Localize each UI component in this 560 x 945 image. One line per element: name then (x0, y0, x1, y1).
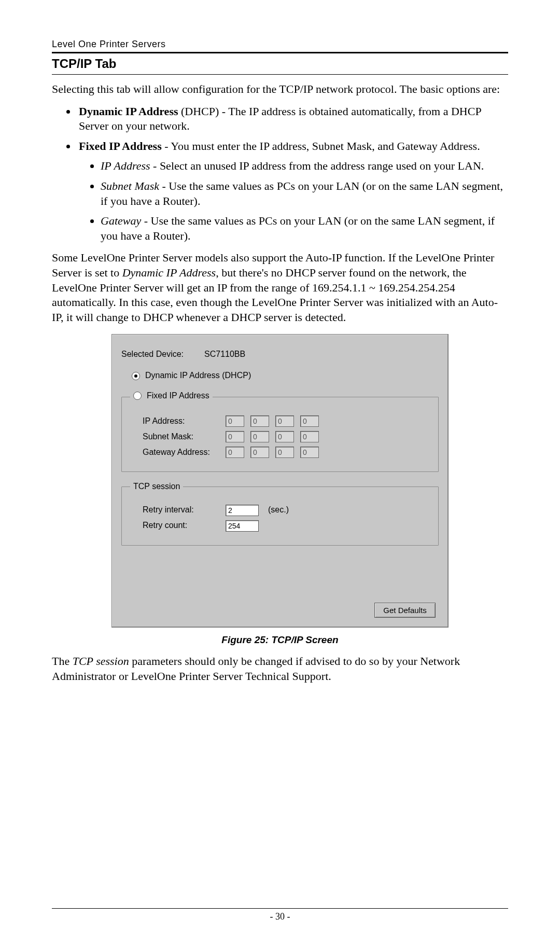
selected-device-label: Selected Device: (121, 349, 199, 360)
gateway-octet-1[interactable] (226, 447, 244, 458)
figure-caption: Figure 25: TCP/IP Screen (52, 634, 508, 647)
running-header: Level One Printer Servers (52, 39, 508, 50)
option-dhcp: Dynamic IP Address (DHCP) - The IP addre… (77, 104, 508, 134)
subnet-sep: - (159, 179, 169, 192)
page-number: - 30 - (0, 911, 560, 922)
section-title: TCP/IP Tab (52, 57, 508, 71)
subnet-term: Subnet Mask (101, 179, 159, 192)
autoip-paragraph: Some LevelOne Printer Server models also… (52, 251, 508, 325)
ip-octet-2[interactable] (250, 415, 269, 427)
dynamic-ip-radio[interactable]: Dynamic IP Address (DHCP) (132, 370, 251, 381)
selected-device-value: SC7110BB (204, 349, 245, 360)
subnet-octet-2[interactable] (250, 431, 269, 442)
retry-count-row: Retry count: (143, 520, 430, 532)
tcpip-dialog: Selected Device: SC7110BB Dynamic IP Add… (111, 334, 449, 628)
gateway-octet-3[interactable] (275, 447, 294, 458)
subnet-octet-1[interactable] (226, 431, 244, 442)
fixed-desc: You must enter the IP address, Subnet Ma… (171, 140, 480, 152)
gateway-octet-2[interactable] (250, 447, 269, 458)
subnet-octet-3[interactable] (275, 431, 294, 442)
option-list: Dynamic IP Address (DHCP) - The IP addre… (52, 104, 508, 244)
gateway-term: Gateway (101, 214, 141, 227)
fixed-ip-radio[interactable]: Fixed IP Address (133, 391, 209, 401)
retry-count-input[interactable] (226, 520, 259, 532)
fixed-ip-label: Fixed IP Address (147, 391, 209, 401)
ip-octet-4[interactable] (300, 415, 319, 427)
ip-octet-1[interactable] (226, 415, 244, 427)
ip-sep: - (150, 159, 160, 172)
closing-pre: The (52, 655, 73, 668)
subnet-octet-4[interactable] (300, 431, 319, 442)
fixed-ip-group: Fixed IP Address IP Address: Subnet Mask… (121, 391, 439, 472)
option-fixed: Fixed IP Address - You must enter the IP… (77, 139, 508, 244)
dialog-button-row: Get Defaults (121, 603, 436, 618)
title-rule (52, 74, 508, 75)
dhcp-paren: (DHCP) - (178, 105, 229, 118)
footer-rule (52, 908, 508, 909)
subnet-label: Subnet Mask: (143, 432, 226, 442)
tcp-session-legend: TCP session (130, 481, 183, 492)
gateway-sep: - (141, 214, 150, 227)
screenshot-container: Selected Device: SC7110BB Dynamic IP Add… (52, 334, 508, 647)
body-text: Selecting this tab will allow configurat… (52, 82, 508, 684)
sub-gateway: Gateway - Use the same values as PCs on … (101, 214, 508, 243)
gateway-desc: Use the same values as PCs on your LAN (… (101, 214, 495, 242)
radio-unselected-icon (133, 392, 142, 400)
gateway-label: Gateway Address: (143, 447, 226, 458)
retry-interval-row: Retry interval: (sec.) (143, 505, 430, 516)
retry-count-label: Retry count: (143, 520, 226, 531)
ip-address-label: IP Address: (143, 416, 226, 427)
header-rule (52, 52, 508, 53)
retry-interval-label: Retry interval: (143, 505, 226, 516)
fixed-sublist: IP Address - Select an unused IP address… (79, 159, 508, 243)
closing-paragraph: The TCP session parameters should only b… (52, 654, 508, 684)
subnet-row: Subnet Mask: (143, 431, 430, 442)
retry-interval-input[interactable] (226, 505, 259, 516)
ip-address-row: IP Address: (143, 415, 430, 427)
autoip-em: Dynamic IP Address (122, 266, 216, 279)
sub-ip: IP Address - Select an unused IP address… (101, 159, 508, 174)
dhcp-term: Dynamic IP Address (79, 105, 178, 118)
tcp-session-group: TCP session Retry interval: (sec.) Retry… (121, 481, 439, 546)
selected-device-row: Selected Device: SC7110BB (121, 349, 439, 360)
fixed-term: Fixed IP Address (79, 140, 162, 152)
page: Level One Printer Servers TCP/IP Tab Sel… (0, 0, 560, 945)
retry-interval-unit: (sec.) (268, 505, 289, 516)
fixed-sep: - (162, 140, 171, 152)
dynamic-ip-label: Dynamic IP Address (DHCP) (145, 370, 251, 381)
ip-octet-3[interactable] (275, 415, 294, 427)
gateway-row: Gateway Address: (143, 447, 430, 458)
radio-selected-icon (132, 372, 140, 380)
closing-em: TCP session (73, 655, 129, 668)
ip-term: IP Address (101, 159, 150, 172)
get-defaults-button[interactable]: Get Defaults (374, 603, 436, 618)
intro-paragraph: Selecting this tab will allow configurat… (52, 82, 508, 97)
gateway-octet-4[interactable] (300, 447, 319, 458)
ip-desc: Select an unused IP address from the add… (160, 159, 484, 172)
sub-subnet: Subnet Mask - Use the same values as PCs… (101, 179, 508, 209)
